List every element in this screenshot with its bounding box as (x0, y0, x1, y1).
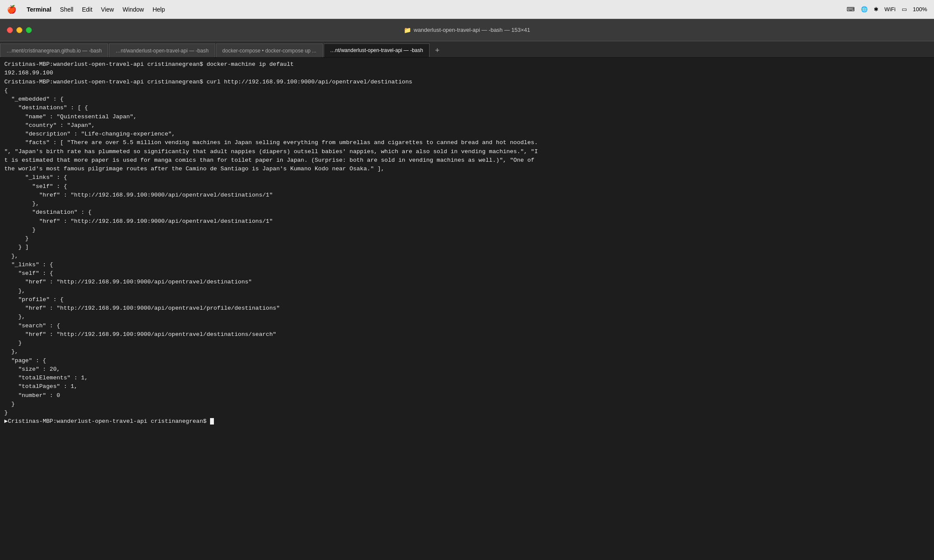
line-15: "self" : { (4, 182, 930, 191)
tab-bar: …ment/cristinanegrean.github.io — -bash … (0, 41, 934, 58)
line-12: t is estimated that more paper is used f… (4, 156, 930, 165)
titlebar: 📁 wanderlust-open-travel-api — -bash — 1… (0, 19, 934, 41)
window-title: 📁 wanderlust-open-travel-api — -bash — 1… (404, 27, 530, 34)
line-32: "href" : "http://192.168.99.100:9000/api… (4, 330, 930, 339)
new-tab-button[interactable]: + (430, 43, 444, 57)
menu-window[interactable]: Window (123, 6, 144, 13)
tab-4[interactable]: …nt/wanderlust-open-travel-api — -bash (324, 43, 430, 57)
line-28: "profile" : { (4, 295, 930, 304)
title-label: wanderlust-open-travel-api — -bash — 153… (414, 27, 530, 33)
menubar: 🍎 Terminal Shell Edit View Window Help ⌨… (0, 0, 934, 19)
close-button[interactable] (7, 27, 13, 33)
line-42: ▶Cristinas-MBP:wanderlust-open-travel-ap… (4, 417, 930, 426)
battery-indicator: 100% (913, 6, 927, 12)
line-13: the world's most famous pilgrimage route… (4, 165, 930, 173)
line-7: "name" : "Quintessential Japan", (4, 113, 930, 121)
line-4: { (4, 86, 930, 95)
line-36: "size" : 20, (4, 365, 930, 374)
line-10: "facts" : [ "There are over 5.5 million … (4, 138, 930, 147)
line-25: "self" : { (4, 269, 930, 278)
menu-view[interactable]: View (101, 6, 114, 13)
app-name: Terminal (27, 6, 51, 13)
minimize-button[interactable] (16, 27, 22, 33)
line-2: 192.168.99.100 (4, 69, 930, 77)
line-40: } (4, 400, 930, 409)
line-9: "description" : "Life-changing-experienc… (4, 130, 930, 138)
line-19: "href" : "http://192.168.99.100:9000/api… (4, 217, 930, 226)
menu-shell[interactable]: Shell (60, 6, 73, 13)
line-24: "_links" : { (4, 261, 930, 269)
line-22: } ] (4, 243, 930, 252)
menu-help[interactable]: Help (152, 6, 165, 13)
line-38: "totalPages" : 1, (4, 382, 930, 391)
wifi-signal-icon: WiFi (885, 6, 896, 12)
line-35: "page" : { (4, 357, 930, 365)
tab-1[interactable]: …ment/cristinanegrean.github.io — -bash (0, 43, 108, 57)
line-5: "_embedded" : { (4, 95, 930, 104)
tab-2[interactable]: …nt/wanderlust-open-travel-api — -bash (109, 43, 215, 57)
traffic-lights (7, 27, 32, 33)
menu-edit[interactable]: Edit (82, 6, 92, 13)
line-41: } (4, 409, 930, 417)
line-33: } (4, 339, 930, 348)
wifi-icon: ⌨ (847, 6, 855, 12)
line-29: "href" : "http://192.168.99.100:9000/api… (4, 304, 930, 313)
line-23: }, (4, 252, 930, 261)
terminal-output[interactable]: Cristinas-MBP:wanderlust-open-travel-api… (0, 58, 934, 560)
maximize-button[interactable] (26, 27, 32, 33)
line-11: ", "Japan's birth rate has plummeted so … (4, 148, 930, 156)
line-20: } (4, 226, 930, 234)
terminal-window: 📁 wanderlust-open-travel-api — -bash — 1… (0, 19, 934, 560)
line-17: }, (4, 200, 930, 208)
menubar-right: ⌨ 🌐 ✱ WiFi ▭ 100% (847, 6, 927, 12)
apple-menu[interactable]: 🍎 (7, 5, 16, 14)
cursor (210, 418, 214, 425)
line-39: "number" : 0 (4, 391, 930, 400)
line-26: "href" : "http://192.168.99.100:9000/api… (4, 278, 930, 286)
line-8: "country" : "Japan", (4, 121, 930, 130)
line-6: "destinations" : [ { (4, 104, 930, 112)
line-30: }, (4, 313, 930, 321)
line-16: "href" : "http://192.168.99.100:9000/api… (4, 191, 930, 200)
bluetooth-icon: ✱ (874, 6, 878, 12)
line-1: Cristinas-MBP:wanderlust-open-travel-api… (4, 60, 930, 69)
line-37: "totalElements" : 1, (4, 374, 930, 382)
tab-3[interactable]: docker-compose • docker-compose up ... (216, 43, 323, 57)
line-21: } (4, 234, 930, 243)
line-31: "search" : { (4, 322, 930, 330)
network-icon: 🌐 (861, 6, 868, 12)
folder-icon: 📁 (404, 27, 411, 34)
line-18: "destination" : { (4, 208, 930, 217)
line-3: Cristinas-MBP:wanderlust-open-travel-api… (4, 78, 930, 86)
line-34: }, (4, 348, 930, 356)
line-27: }, (4, 287, 930, 295)
line-14: "_links" : { (4, 173, 930, 182)
airplay-icon: ▭ (902, 6, 907, 12)
